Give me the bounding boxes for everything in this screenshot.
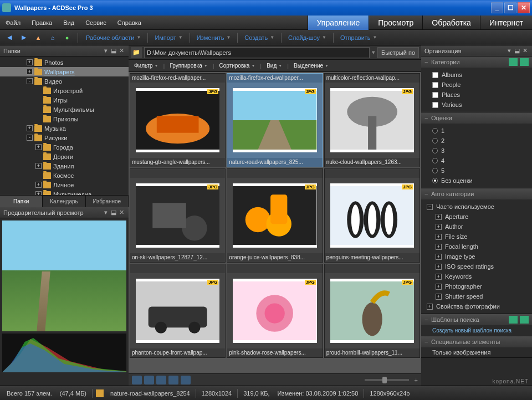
- thumbnail[interactable]: JPGpenguins-meeting-wallpapers...: [324, 168, 420, 263]
- menu-Файл[interactable]: Файл: [0, 16, 26, 30]
- filter-0[interactable]: Фильтр ▼: [132, 63, 161, 69]
- view-mode-button[interactable]: [132, 376, 142, 384]
- nav-up-button[interactable]: ▲: [32, 32, 44, 43]
- metadata-item[interactable]: +ISO speed ratings: [421, 261, 532, 271]
- view-mode-button[interactable]: [144, 376, 154, 384]
- tree-node[interactable]: Игры: [0, 95, 129, 105]
- tree-node[interactable]: +Города: [0, 142, 129, 152]
- category-add-icon[interactable]: [509, 58, 518, 66]
- category-item[interactable]: People: [421, 80, 532, 90]
- panel-close-icon[interactable]: ✕: [117, 209, 125, 216]
- panel-pin-icon[interactable]: ⬓: [110, 209, 117, 216]
- rating-item[interactable]: 1: [421, 126, 532, 136]
- thumbnail[interactable]: JPGpink-shadow-rose-wallpapers...: [227, 264, 323, 358]
- templates-section-header[interactable]: −Шаблоны поиска: [421, 314, 532, 325]
- category-new-icon[interactable]: [520, 58, 529, 66]
- tree-node[interactable]: Приколы: [0, 114, 129, 124]
- metadata-item[interactable]: +Aperture: [421, 212, 532, 222]
- filter-3[interactable]: Вид ▼: [264, 63, 284, 69]
- thumbnail[interactable]: JPGorange-juice-wallpapers_838...: [227, 168, 323, 263]
- thumbnail-grid[interactable]: mozilla-firefox-red-wallpaper...JPGmusta…: [129, 72, 421, 373]
- special-section-header[interactable]: −Специальные элементы: [421, 336, 532, 347]
- maximize-button[interactable]: ☐: [504, 2, 516, 13]
- toolbar-1[interactable]: Импорт ▼: [151, 34, 186, 41]
- new-template-link[interactable]: Создать новый шаблон поиска: [421, 325, 532, 336]
- folder-tree[interactable]: +Photos+Wallpapers-ВидеоИгростройИгрыМул…: [0, 57, 129, 195]
- autocat-section-header[interactable]: −Авто категории: [421, 188, 532, 199]
- filter-4[interactable]: Выделение ▼: [291, 63, 331, 69]
- mode-tab-3[interactable]: Интернет: [480, 16, 532, 30]
- tree-node[interactable]: +Мультимедиа: [0, 189, 129, 195]
- thumbnail[interactable]: JPGproud-hornbill-wallpapers_11...: [324, 264, 420, 358]
- rating-item[interactable]: 3: [421, 146, 532, 156]
- mode-tab-1[interactable]: Просмотр: [369, 16, 422, 30]
- thumbnail[interactable]: JPGphanton-coupe-front-wallpap...: [130, 264, 226, 358]
- category-item[interactable]: Places: [421, 90, 532, 100]
- tree-node[interactable]: +Wallpapers: [0, 67, 129, 76]
- nav-refresh-icon[interactable]: ●: [61, 32, 73, 43]
- quick-search-button[interactable]: Быстрый по: [377, 47, 419, 58]
- template-icon[interactable]: [509, 316, 518, 324]
- tree-node[interactable]: Космос: [0, 171, 129, 180]
- tree-node[interactable]: Дороги: [0, 152, 129, 161]
- panel-menu-icon[interactable]: ▾: [102, 209, 110, 216]
- close-button[interactable]: ✕: [518, 2, 530, 13]
- panel-menu-icon[interactable]: ▾: [102, 47, 110, 54]
- thumbnail[interactable]: mozilla-firefox-red-wallpaper...JPGnatur…: [227, 73, 323, 167]
- tree-node[interactable]: +Личное: [0, 180, 129, 189]
- toolbar-4[interactable]: Слайд-шоу ▼: [285, 34, 330, 41]
- toolbar-0[interactable]: Рабочие области ▼: [83, 34, 144, 41]
- template-new-icon[interactable]: [520, 316, 529, 324]
- tree-node[interactable]: Мультфильмы: [0, 105, 129, 114]
- toolbar-2[interactable]: Изменить ▼: [193, 34, 234, 41]
- filter-2[interactable]: Сортировка ▼: [217, 63, 258, 69]
- rating-item[interactable]: 5: [421, 166, 532, 176]
- toolbar-5[interactable]: Отправить ▼: [337, 34, 380, 41]
- metadata-item[interactable]: +Focal length: [421, 242, 532, 252]
- view-mode-button[interactable]: [181, 376, 191, 384]
- mode-tab-2[interactable]: Обработка: [422, 16, 480, 30]
- view-mode-button[interactable]: [168, 376, 178, 384]
- zoom-plus-icon[interactable]: +: [415, 377, 418, 383]
- tree-node[interactable]: +Здания: [0, 161, 129, 171]
- category-item[interactable]: Various: [421, 100, 532, 110]
- nav-home-icon[interactable]: ⌂: [47, 32, 59, 43]
- metadata-item[interactable]: +File size: [421, 232, 532, 242]
- view-mode-button[interactable]: [156, 376, 166, 384]
- toolbar-3[interactable]: Создать ▼: [241, 34, 278, 41]
- thumbnail[interactable]: JPGon-ski-wallpapers_12827_12...: [130, 168, 226, 263]
- categories-section-header[interactable]: −Категории: [421, 57, 532, 68]
- only-images-item[interactable]: Только изображения: [421, 347, 532, 357]
- frequently-used-header[interactable]: −Часто используемое: [421, 202, 532, 212]
- rating-item[interactable]: 4: [421, 156, 532, 166]
- metadata-item[interactable]: +Author: [421, 222, 532, 232]
- metadata-item[interactable]: +Keywords: [421, 271, 532, 281]
- tree-node[interactable]: +Музыка: [0, 124, 129, 133]
- thumbnail[interactable]: multicolor-reflection-wallpap...JPGnuke-…: [324, 73, 420, 167]
- menu-Вид[interactable]: Вид: [58, 16, 80, 30]
- zoom-slider[interactable]: [365, 379, 409, 381]
- menu-Справка[interactable]: Справка: [112, 16, 147, 30]
- thumbnail[interactable]: mozilla-firefox-red-wallpaper...JPGmusta…: [130, 73, 226, 167]
- tree-node[interactable]: -Рисунки: [0, 133, 129, 142]
- tree-node[interactable]: +Photos: [0, 58, 129, 67]
- path-dropdown-icon[interactable]: ▾: [372, 49, 375, 56]
- left-tab-0[interactable]: Папки: [0, 196, 43, 207]
- rating-item[interactable]: 2: [421, 136, 532, 146]
- nav-back-button[interactable]: ◀: [3, 32, 16, 43]
- panel-close-icon[interactable]: ✕: [521, 47, 529, 54]
- metadata-item[interactable]: +Photographer: [421, 281, 532, 291]
- minimize-button[interactable]: _: [491, 2, 503, 13]
- left-tab-1[interactable]: Календарь: [43, 196, 85, 207]
- metadata-item[interactable]: +Shutter speed: [421, 291, 532, 301]
- panel-close-icon[interactable]: ✕: [117, 47, 125, 54]
- filter-1[interactable]: Группировка ▼: [167, 63, 209, 69]
- tree-node[interactable]: -Видео: [0, 76, 129, 86]
- menu-Сервис[interactable]: Сервис: [80, 16, 112, 30]
- category-item[interactable]: Albums: [421, 70, 532, 80]
- nav-forward-button[interactable]: ▶: [18, 32, 30, 43]
- photo-properties-item[interactable]: +Свойства фотографии: [421, 301, 532, 311]
- path-up-button[interactable]: 📁: [131, 47, 142, 58]
- left-tab-2[interactable]: Избранное: [86, 196, 129, 207]
- metadata-item[interactable]: +Image type: [421, 252, 532, 261]
